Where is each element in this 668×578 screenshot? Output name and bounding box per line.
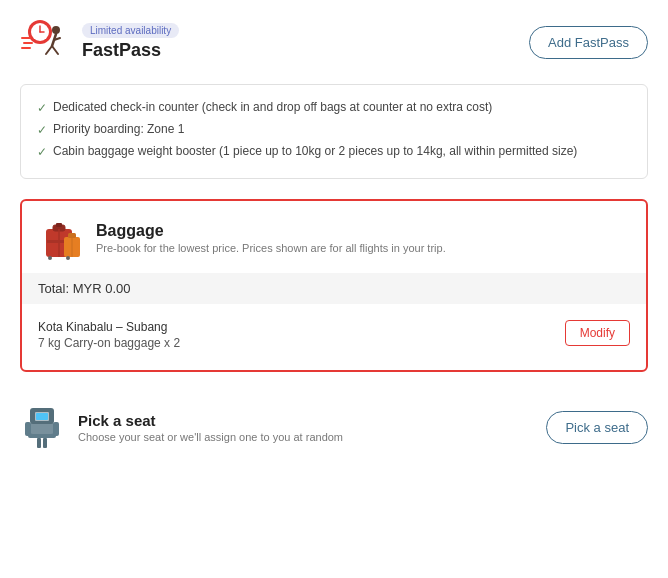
baggage-subtitle: Pre-book for the lowest price. Prices sh…	[96, 242, 446, 254]
check-icon-3: ✓	[37, 144, 47, 161]
benefit-text-2: Priority boarding: Zone 1	[53, 121, 184, 138]
page-container: Limited availability FastPass Add FastPa…	[0, 0, 668, 478]
benefit-text-3: Cabin baggage weight booster (1 piece up…	[53, 143, 577, 160]
benefit-item-3: ✓ Cabin baggage weight booster (1 piece …	[37, 143, 631, 161]
pick-seat-button[interactable]: Pick a seat	[546, 411, 648, 444]
benefit-item-1: ✓ Dedicated check-in counter (check in a…	[37, 99, 631, 117]
fastpass-section: Limited availability FastPass Add FastPa…	[20, 16, 648, 68]
baggage-header-text: Baggage Pre-book for the lowest price. P…	[96, 222, 446, 254]
baggage-section: Baggage Pre-book for the lowest price. P…	[20, 199, 648, 372]
seat-icon	[20, 402, 66, 452]
svg-rect-28	[43, 438, 47, 448]
seat-section: Pick a seat Choose your seat or we'll as…	[20, 392, 648, 462]
svg-point-20	[48, 256, 52, 260]
check-icon-2: ✓	[37, 122, 47, 139]
seat-info: Pick a seat Choose your seat or we'll as…	[78, 412, 343, 443]
svg-rect-14	[56, 223, 62, 227]
total-label: Total:	[38, 281, 69, 296]
baggage-title: Baggage	[96, 222, 446, 240]
fastpass-icon	[20, 16, 72, 68]
fastpass-title: FastPass	[82, 40, 179, 61]
seat-subtitle: Choose your seat or we'll assign one to …	[78, 431, 343, 443]
fastpass-info: Limited availability FastPass	[82, 23, 179, 61]
baggage-detail-left: Kota Kinabalu – Subang 7 kg Carry-on bag…	[38, 320, 180, 350]
baggage-icon	[38, 215, 84, 261]
svg-rect-25	[25, 422, 31, 436]
benefit-text-1: Dedicated check-in counter (check in and…	[53, 99, 492, 116]
svg-line-11	[52, 46, 58, 54]
fastpass-left: Limited availability FastPass	[20, 16, 179, 68]
svg-rect-30	[36, 413, 48, 420]
baggage-total: Total: MYR 0.00	[22, 273, 646, 304]
baggage-detail-row: Kota Kinabalu – Subang 7 kg Carry-on bag…	[38, 314, 630, 356]
check-icon-1: ✓	[37, 100, 47, 117]
limited-availability-badge: Limited availability	[82, 23, 179, 38]
add-fastpass-button[interactable]: Add FastPass	[529, 26, 648, 59]
seat-title: Pick a seat	[78, 412, 343, 429]
baggage-route: Kota Kinabalu – Subang	[38, 320, 180, 334]
benefits-card: ✓ Dedicated check-in counter (check in a…	[20, 84, 648, 179]
benefits-list: ✓ Dedicated check-in counter (check in a…	[37, 99, 631, 160]
modify-button[interactable]: Modify	[565, 320, 630, 346]
svg-rect-26	[53, 422, 59, 436]
benefit-item-2: ✓ Priority boarding: Zone 1	[37, 121, 631, 139]
svg-line-10	[46, 46, 52, 54]
svg-point-21	[66, 256, 70, 260]
baggage-header: Baggage Pre-book for the lowest price. P…	[38, 215, 630, 261]
svg-rect-27	[37, 438, 41, 448]
total-amount: MYR 0.00	[73, 281, 131, 296]
baggage-items: 7 kg Carry-on baggage x 2	[38, 336, 180, 350]
seat-left: Pick a seat Choose your seat or we'll as…	[20, 402, 343, 452]
